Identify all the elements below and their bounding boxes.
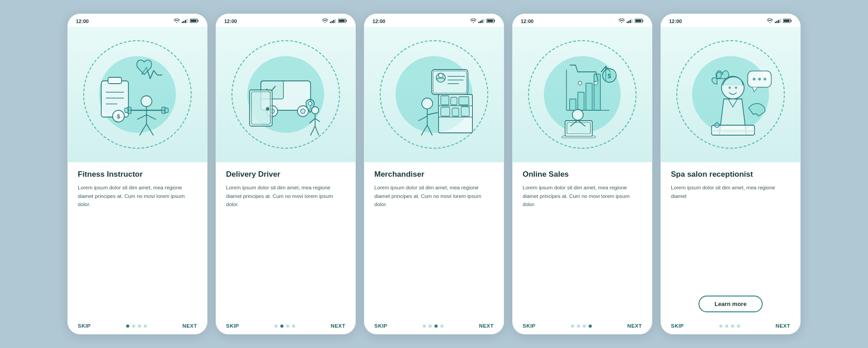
next-button-delivery[interactable]: NEXT bbox=[330, 323, 345, 329]
content-fitness: Fitness Instructor Lorem ipsum dolor sit… bbox=[68, 162, 207, 320]
svg-rect-107 bbox=[784, 20, 790, 22]
dot-3-m bbox=[434, 324, 438, 328]
dot-1-m bbox=[423, 324, 426, 328]
dot-3-sp bbox=[731, 324, 734, 328]
bottom-nav-fitness: SKIP NEXT bbox=[68, 320, 207, 334]
illustration-fitness: $ bbox=[68, 27, 207, 162]
svg-rect-102 bbox=[775, 22, 776, 23]
svg-rect-26 bbox=[330, 22, 331, 23]
status-bar-4: 12:00 bbox=[513, 14, 652, 27]
svg-rect-68 bbox=[441, 107, 450, 116]
svg-line-18 bbox=[140, 124, 146, 135]
illustration-online-sales: $ bbox=[513, 27, 652, 162]
status-icons-3 bbox=[470, 19, 495, 24]
dot-2-d bbox=[280, 324, 283, 328]
svg-rect-66 bbox=[451, 97, 457, 105]
status-icons-4 bbox=[618, 19, 644, 24]
svg-rect-103 bbox=[777, 21, 778, 23]
dot-4-d bbox=[292, 324, 295, 328]
svg-point-117 bbox=[758, 78, 761, 80]
dots-merchandiser bbox=[423, 324, 443, 328]
status-bar-2: 12:00 bbox=[216, 14, 355, 27]
svg-rect-50 bbox=[480, 21, 481, 23]
status-time: 12:00 bbox=[76, 19, 89, 24]
svg-point-71 bbox=[422, 98, 433, 109]
svg-point-37 bbox=[301, 109, 305, 113]
skip-button-fitness[interactable]: SKIP bbox=[78, 323, 91, 329]
dot-3 bbox=[138, 324, 141, 328]
dots-delivery bbox=[274, 324, 295, 328]
status-bar-5: 12:00 bbox=[661, 14, 800, 27]
signal-icon-2 bbox=[330, 19, 336, 24]
svg-rect-87 bbox=[578, 92, 584, 110]
svg-text:$: $ bbox=[608, 72, 611, 80]
svg-rect-88 bbox=[586, 83, 592, 110]
svg-rect-27 bbox=[332, 21, 333, 23]
skip-button-merchandiser[interactable]: SKIP bbox=[374, 323, 387, 329]
next-button-online-sales[interactable]: NEXT bbox=[627, 323, 642, 329]
bottom-nav-spa: SKIP NEXT bbox=[661, 320, 800, 334]
dot-1-sp bbox=[719, 324, 722, 328]
screen-body-delivery: Lorem ipsum dolor sit dim amet, mea regi… bbox=[226, 183, 345, 315]
phone-screen-merchandiser: 12:00 bbox=[364, 14, 504, 334]
screen-title-merchandiser: Merchandiser bbox=[374, 169, 494, 179]
svg-point-116 bbox=[753, 78, 755, 80]
svg-rect-70 bbox=[461, 107, 469, 116]
svg-point-101 bbox=[769, 22, 770, 23]
svg-point-92 bbox=[594, 81, 598, 85]
dot-3-os bbox=[583, 324, 586, 328]
dot-4-os bbox=[589, 324, 592, 328]
dot-3-d bbox=[286, 324, 289, 328]
dots-online-sales bbox=[571, 324, 592, 328]
content-spa: Spa salon receptionist Lorem ipsum dolor… bbox=[661, 162, 800, 320]
svg-line-75 bbox=[421, 125, 427, 135]
skip-button-spa[interactable]: SKIP bbox=[671, 323, 684, 329]
illustration-spa bbox=[661, 27, 800, 162]
svg-rect-29 bbox=[335, 19, 336, 23]
next-button-merchandiser[interactable]: NEXT bbox=[479, 323, 494, 329]
svg-rect-24 bbox=[165, 108, 168, 113]
status-time-5: 12:00 bbox=[669, 19, 682, 24]
svg-point-91 bbox=[578, 81, 582, 85]
svg-point-25 bbox=[325, 22, 326, 23]
wifi-icon-3 bbox=[470, 19, 476, 24]
wifi-icon bbox=[174, 19, 180, 24]
svg-point-109 bbox=[729, 87, 731, 89]
bottom-nav-online-sales: SKIP NEXT bbox=[513, 320, 652, 334]
screen-body-merchandiser: Lorem ipsum dolor sit dim amet, mea regi… bbox=[374, 183, 494, 315]
next-button-fitness[interactable]: NEXT bbox=[182, 323, 197, 329]
svg-text:$: $ bbox=[117, 113, 120, 120]
svg-line-16 bbox=[137, 115, 146, 119]
status-icons bbox=[174, 19, 199, 24]
dots-spa bbox=[719, 324, 740, 328]
learn-more-button[interactable]: Learn more bbox=[698, 296, 763, 312]
svg-point-58 bbox=[439, 73, 443, 78]
svg-rect-54 bbox=[487, 20, 493, 22]
svg-point-48 bbox=[473, 22, 474, 23]
svg-rect-79 bbox=[628, 21, 630, 23]
svg-line-46 bbox=[311, 126, 315, 135]
status-time-3: 12:00 bbox=[373, 19, 385, 24]
next-button-spa[interactable]: NEXT bbox=[775, 323, 790, 329]
svg-line-45 bbox=[315, 118, 320, 122]
svg-rect-31 bbox=[339, 20, 345, 22]
status-icons-5 bbox=[767, 19, 792, 24]
dot-4-sp bbox=[737, 324, 740, 328]
screen-title-fitness: Fitness Instructor bbox=[78, 169, 197, 179]
bottom-nav-delivery: SKIP NEXT bbox=[216, 320, 355, 334]
signal-icon-4 bbox=[627, 19, 633, 24]
svg-line-47 bbox=[315, 126, 319, 135]
signal-icon bbox=[182, 19, 188, 24]
screens-container: 12:00 bbox=[67, 14, 801, 334]
svg-line-73 bbox=[419, 116, 427, 121]
skip-button-delivery[interactable]: SKIP bbox=[226, 323, 239, 329]
svg-rect-23 bbox=[125, 108, 128, 113]
svg-rect-49 bbox=[478, 22, 480, 23]
illustration-merchandiser bbox=[364, 27, 504, 162]
wifi-icon-2 bbox=[322, 19, 328, 24]
battery-icon bbox=[190, 19, 199, 24]
svg-rect-98 bbox=[562, 136, 595, 138]
skip-button-online-sales[interactable]: SKIP bbox=[523, 323, 536, 329]
phone-screen-delivery: 12:00 bbox=[216, 14, 356, 334]
dot-1 bbox=[126, 324, 129, 328]
